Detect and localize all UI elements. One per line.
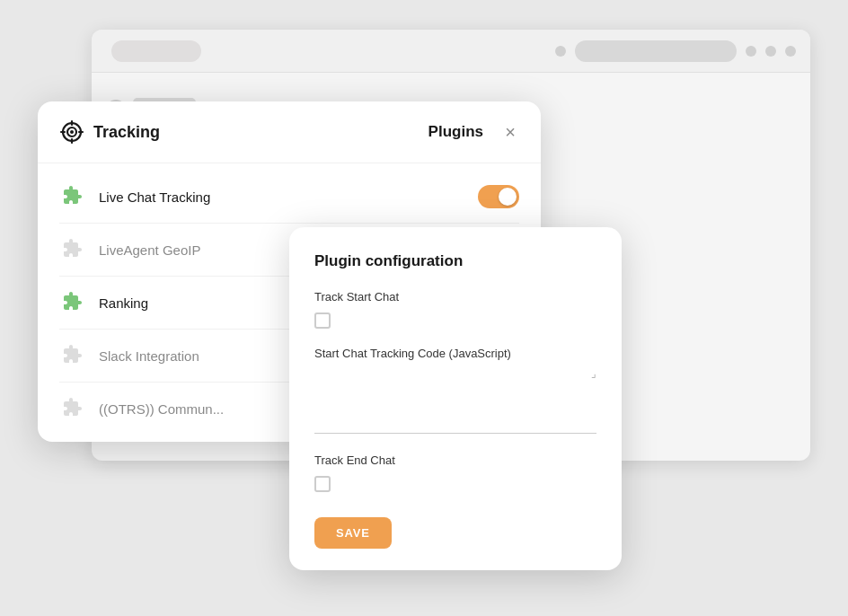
url-bar-long xyxy=(575,40,737,62)
puzzle-icon-otrs xyxy=(59,395,86,422)
svg-point-2 xyxy=(70,130,74,134)
live-chat-toggle[interactable] xyxy=(478,185,519,208)
target-icon xyxy=(59,119,84,145)
puzzle-icon-ranking xyxy=(59,289,86,316)
plugin-name-geoip: LiveAgent GeoIP xyxy=(99,242,200,258)
plugin-name-ranking: Ranking xyxy=(99,295,148,311)
plugin-item-live-chat[interactable]: Live Chat Tracking xyxy=(38,171,541,223)
dot-3 xyxy=(765,46,776,57)
plugin-name-live-chat: Live Chat Tracking xyxy=(99,189,210,205)
start-chat-code-textarea[interactable] xyxy=(314,382,596,434)
url-bar-short xyxy=(111,40,201,62)
dot-4 xyxy=(785,46,796,57)
scene: Tracking Plugins × Live Chat Tracking xyxy=(38,30,810,586)
puzzle-icon-geoip xyxy=(59,236,86,263)
plugin-name-slack: Slack Integration xyxy=(99,348,199,364)
plugin-item-left-1: Live Chat Tracking xyxy=(59,183,210,210)
config-panel: Plugin configuration Track Start Chat St… xyxy=(289,227,622,570)
track-start-chat-label: Track Start Chat xyxy=(314,290,596,304)
tracking-title: Tracking xyxy=(93,123,160,142)
plugin-header: Tracking Plugins × xyxy=(38,101,541,163)
puzzle-icon-live-chat xyxy=(59,183,86,210)
config-panel-title: Plugin configuration xyxy=(314,252,596,270)
start-chat-code-label: Start Chat Tracking Code (JavaScript) xyxy=(314,347,596,360)
save-button[interactable]: SAVE xyxy=(314,517,392,549)
resize-icon: ⌟ xyxy=(591,367,596,380)
close-button[interactable]: × xyxy=(498,119,523,145)
track-end-chat-checkbox[interactable] xyxy=(314,476,331,492)
puzzle-icon-slack xyxy=(59,342,86,369)
plugins-label: Plugins xyxy=(428,123,483,141)
plugin-name-otrs: ((OTRS)) Commun... xyxy=(99,401,224,417)
track-end-chat-row xyxy=(314,476,596,492)
track-start-chat-row xyxy=(314,312,596,329)
track-end-chat-label: Track End Chat xyxy=(314,453,596,467)
resize-corner: ⌟ xyxy=(314,367,596,380)
track-start-chat-checkbox[interactable] xyxy=(314,312,331,329)
browser-topbar xyxy=(92,30,810,73)
dot-2 xyxy=(746,46,756,57)
dot-1 xyxy=(555,46,566,57)
